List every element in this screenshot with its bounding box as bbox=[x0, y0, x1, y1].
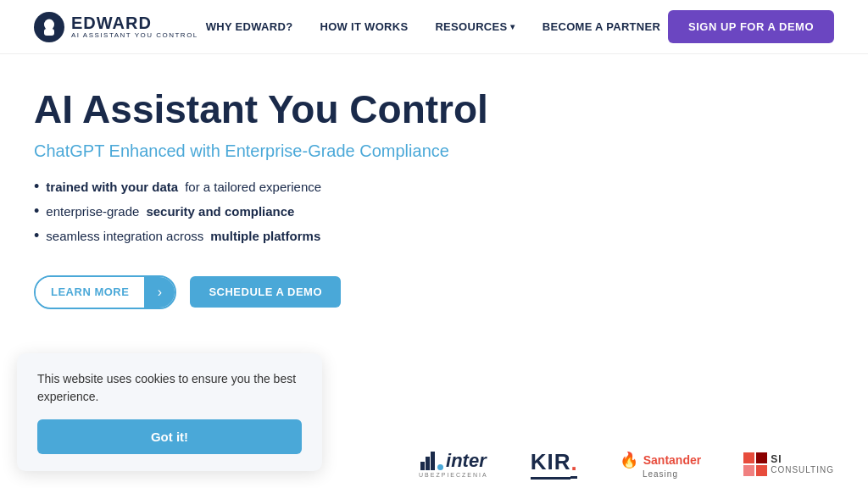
cookie-message: This website uses cookies to ensure you … bbox=[37, 370, 302, 406]
cookie-banner: This website uses cookies to ensure you … bbox=[17, 353, 322, 471]
logo-title: EDWARD bbox=[71, 14, 198, 31]
cookie-accept-button[interactable]: Got it! bbox=[37, 419, 302, 454]
feature-1-bold: trained with your data bbox=[46, 180, 178, 194]
logo-si: SI CONSULTING bbox=[743, 452, 834, 476]
signup-demo-button[interactable]: SIGN UP FOR A DEMO bbox=[668, 10, 834, 43]
kir-dot-text: . bbox=[570, 450, 576, 479]
cta-buttons: LEARN MORE › SCHEDULE A DEMO bbox=[34, 275, 834, 309]
learn-more-arrow-icon: › bbox=[144, 277, 175, 308]
inter-sub-label: UBEZPIECZENIA bbox=[419, 472, 488, 478]
nav-link-become-partner[interactable]: BECOME A PARTNER bbox=[542, 20, 660, 33]
logo-inter: inter UBEZPIECZENIA bbox=[419, 452, 488, 478]
nav-link-why-edward[interactable]: WHY EDWARD? bbox=[206, 20, 293, 33]
logo-icon bbox=[34, 12, 64, 42]
features-list: trained with your data for a tailored ex… bbox=[34, 178, 834, 252]
santander-flame-icon: 🔥 bbox=[620, 451, 638, 469]
learn-more-button[interactable]: LEARN MORE › bbox=[34, 275, 176, 309]
si-box-icon bbox=[743, 452, 767, 476]
nav-link-how-it-works[interactable]: HOW IT WORKS bbox=[320, 20, 408, 33]
si-label-text: SI CONSULTING bbox=[771, 453, 834, 475]
santander-brand: 🔥 Santander bbox=[620, 451, 701, 469]
hero-title: AI Assistant You Control bbox=[34, 88, 834, 131]
chevron-down-icon: ▾ bbox=[510, 22, 515, 31]
schedule-demo-button[interactable]: SCHEDULE A DEMO bbox=[190, 276, 341, 308]
santander-sub-label: Leasing bbox=[643, 469, 678, 479]
navbar: EDWARD AI ASSISTANT YOU CONTROL WHY EDWA… bbox=[0, 0, 868, 54]
svg-rect-1 bbox=[44, 29, 54, 36]
feature-item-1: trained with your data for a tailored ex… bbox=[34, 178, 834, 196]
kir-text: KIR bbox=[531, 449, 571, 480]
feature-item-2: enterprise-grade security and compliance bbox=[34, 202, 834, 220]
hero-subtitle-highlight: Enterprise-Grade Compliance bbox=[225, 141, 449, 160]
feature-item-3: seamless integration across multiple pla… bbox=[34, 227, 834, 245]
logo-kir: KIR . bbox=[531, 449, 577, 480]
logo[interactable]: EDWARD AI ASSISTANT YOU CONTROL bbox=[34, 12, 198, 42]
logo-text: EDWARD AI ASSISTANT YOU CONTROL bbox=[71, 14, 198, 39]
feature-3-bold: multiple platforms bbox=[210, 229, 320, 243]
nav-link-resources[interactable]: RESOURCES ▾ bbox=[435, 20, 515, 33]
feature-3-normal: seamless integration across bbox=[46, 229, 203, 243]
logo-santander: 🔥 Santander Leasing bbox=[620, 451, 701, 479]
feature-1-normal: for a tailored experience bbox=[185, 180, 321, 194]
santander-name: Santander bbox=[643, 453, 701, 467]
feature-2-bold: security and compliance bbox=[146, 204, 294, 219]
hero-subtitle-plain: ChatGPT Enhanced with bbox=[34, 141, 225, 160]
nav-links: WHY EDWARD? HOW IT WORKS RESOURCES ▾ BEC… bbox=[206, 20, 660, 33]
feature-2-normal: enterprise-grade bbox=[46, 204, 139, 219]
hero-subtitle: ChatGPT Enhanced with Enterprise-Grade C… bbox=[34, 141, 834, 161]
svg-point-0 bbox=[44, 19, 54, 30]
learn-more-label: LEARN MORE bbox=[36, 277, 144, 307]
main-content: AI Assistant You Control ChatGPT Enhance… bbox=[0, 54, 868, 326]
logo-subtitle: AI ASSISTANT YOU CONTROL bbox=[71, 31, 198, 39]
